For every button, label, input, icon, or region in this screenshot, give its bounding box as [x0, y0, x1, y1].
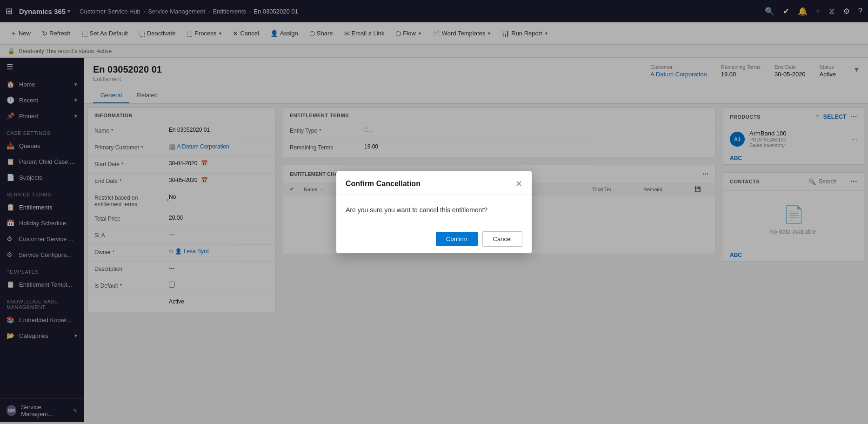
modal-overlay: Confirm Cancellation ✕ Are you sure you … — [0, 0, 868, 424]
modal-header: Confirm Cancellation ✕ — [336, 171, 532, 195]
modal-close-button[interactable]: ✕ — [515, 180, 522, 188]
modal-title: Confirm Cancellation — [346, 180, 421, 188]
modal-footer: Confirm Cancel — [336, 225, 532, 253]
modal-message: Are you sure you want to cancel this ent… — [346, 206, 487, 214]
confirm-cancellation-modal: Confirm Cancellation ✕ Are you sure you … — [336, 171, 532, 253]
modal-confirm-button[interactable]: Confirm — [436, 232, 478, 246]
modal-body: Are you sure you want to cancel this ent… — [336, 195, 532, 225]
modal-cancel-button[interactable]: Cancel — [482, 231, 522, 247]
